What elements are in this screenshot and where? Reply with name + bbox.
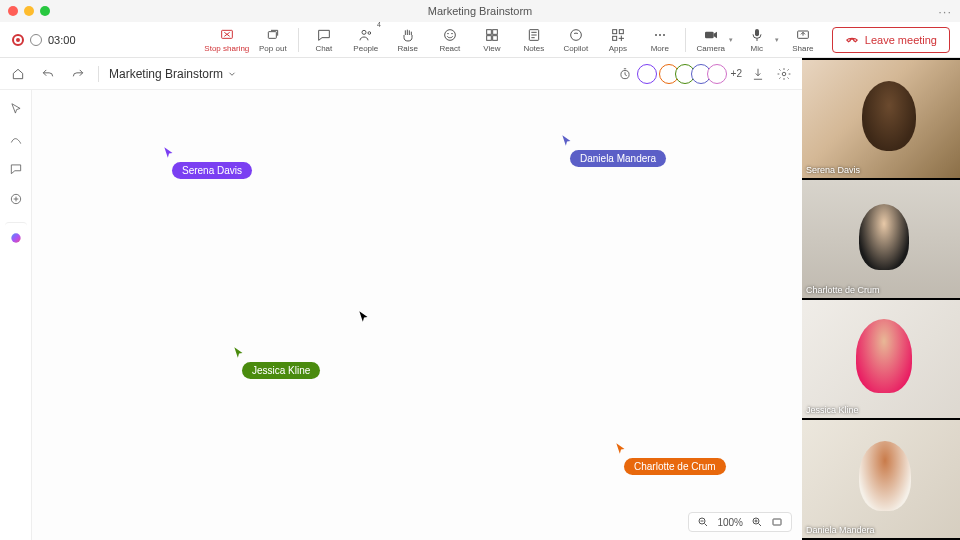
avatar-overflow[interactable]: +2	[731, 68, 742, 79]
add-tool[interactable]	[5, 188, 27, 210]
redo-icon[interactable]	[68, 64, 88, 84]
whiteboard-title[interactable]: Marketing Brainstorm	[109, 67, 237, 81]
more-button[interactable]: More	[639, 23, 681, 57]
svg-rect-8	[492, 29, 497, 34]
whiteboard-pane: Marketing Brainstorm +2	[0, 58, 802, 540]
avatar[interactable]	[707, 64, 727, 84]
titlebar-more-icon[interactable]: ···	[938, 4, 952, 19]
people-count: 4	[377, 21, 381, 28]
fit-screen-icon[interactable]	[771, 516, 783, 528]
svg-point-6	[451, 33, 452, 34]
whiteboard-canvas[interactable]: Serena Davis Daniela Mandera Jessica Kli…	[32, 90, 802, 540]
titlebar: Marketing Brainstorm ···	[0, 0, 960, 22]
maximize-window[interactable]	[40, 6, 50, 16]
window-controls	[8, 6, 50, 16]
mic-button[interactable]: Mic	[736, 23, 778, 57]
stop-sharing-button[interactable]: Stop sharing	[202, 23, 252, 57]
pop-out-button[interactable]: Pop out	[252, 23, 294, 57]
zoom-out-icon[interactable]	[697, 516, 709, 528]
share-whiteboard-icon[interactable]	[748, 64, 768, 84]
remote-cursor-serena: Serena Davis	[162, 146, 252, 179]
remote-cursor-            jessica: Jessica Kline	[232, 346, 320, 379]
svg-rect-7	[486, 29, 491, 34]
svg-rect-12	[612, 29, 616, 33]
local-cursor	[357, 310, 371, 324]
svg-point-24	[11, 233, 20, 242]
react-button[interactable]: React	[429, 23, 471, 57]
select-tool[interactable]	[5, 98, 27, 120]
comment-tool[interactable]	[5, 158, 27, 180]
view-button[interactable]: View	[471, 23, 513, 57]
svg-rect-27	[773, 519, 781, 525]
svg-point-4	[444, 29, 455, 40]
zoom-controls: 100%	[688, 512, 792, 532]
svg-point-2	[362, 30, 366, 34]
share-button[interactable]: Share	[782, 23, 824, 57]
svg-rect-18	[705, 31, 714, 38]
svg-rect-14	[612, 36, 616, 40]
divider	[685, 28, 686, 52]
chat-button[interactable]: Chat	[303, 23, 345, 57]
remote-cursor-charlotte: Charlotte de Crum	[614, 442, 726, 475]
record-alt-icon[interactable]	[30, 34, 42, 46]
raise-hand-button[interactable]: Raise	[387, 23, 429, 57]
video-tile[interactable]: Jessica Kline	[802, 300, 960, 418]
svg-point-22	[782, 72, 786, 76]
svg-point-17	[663, 34, 665, 36]
zoom-in-icon[interactable]	[751, 516, 763, 528]
settings-icon[interactable]	[774, 64, 794, 84]
whiteboard-tools	[0, 90, 32, 540]
divider	[298, 28, 299, 52]
camera-button[interactable]: Camera	[690, 23, 732, 57]
svg-point-5	[447, 33, 448, 34]
participant-avatars[interactable]: +2	[641, 64, 742, 84]
recording-indicator: 03:00	[6, 34, 82, 46]
whiteboard-header: Marketing Brainstorm +2	[0, 58, 802, 90]
svg-point-16	[659, 34, 661, 36]
avatar[interactable]	[637, 64, 657, 84]
apps-button[interactable]: Apps	[597, 23, 639, 57]
video-tile[interactable]: Serena Davis	[802, 60, 960, 178]
chevron-down-icon	[227, 69, 237, 79]
minimize-window[interactable]	[24, 6, 34, 16]
meeting-toolbar: 03:00 Stop sharing Pop out Chat 4 People…	[0, 22, 960, 58]
remote-cursor-daniela: Daniela Mandera	[560, 134, 666, 167]
leave-meeting-button[interactable]: Leave meeting	[832, 27, 950, 53]
notes-button[interactable]: Notes	[513, 23, 555, 57]
svg-point-3	[368, 31, 371, 34]
video-tile[interactable]: Daniela Mandera	[802, 420, 960, 538]
copilot-tool[interactable]	[5, 222, 27, 244]
draw-tool[interactable]	[5, 128, 27, 150]
recording-time: 03:00	[48, 34, 76, 46]
svg-rect-9	[486, 35, 491, 40]
mic-chevron-icon[interactable]: ▾	[775, 36, 779, 44]
camera-chevron-icon[interactable]: ▾	[729, 36, 733, 44]
zoom-level: 100%	[717, 517, 743, 528]
window-title: Marketing Brainstorm	[428, 5, 533, 17]
undo-icon[interactable]	[38, 64, 58, 84]
home-icon[interactable]	[8, 64, 28, 84]
svg-rect-10	[492, 35, 497, 40]
svg-rect-19	[755, 29, 759, 36]
close-window[interactable]	[8, 6, 18, 16]
svg-rect-1	[268, 31, 276, 38]
video-sidebar: Serena Davis Charlotte de Crum Jessica K…	[802, 58, 960, 540]
copilot-button[interactable]: Copilot	[555, 23, 597, 57]
svg-rect-13	[619, 29, 623, 33]
svg-point-15	[655, 34, 657, 36]
video-tile[interactable]: Charlotte de Crum	[802, 180, 960, 298]
record-icon[interactable]	[12, 34, 24, 46]
people-button[interactable]: 4 People	[345, 23, 387, 57]
timer-icon[interactable]	[615, 64, 635, 84]
